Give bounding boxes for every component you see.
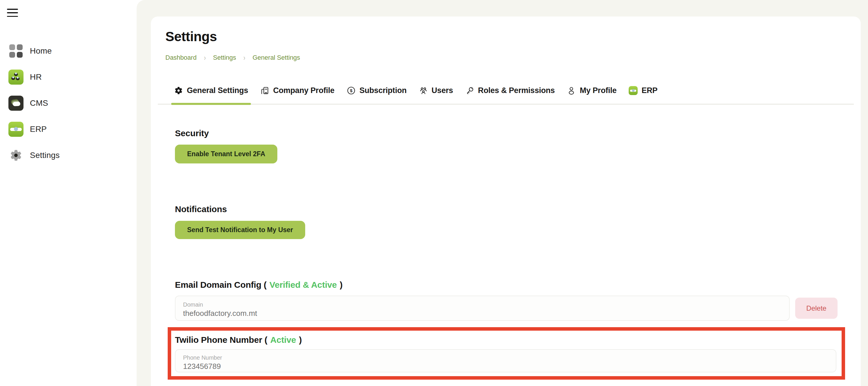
- page-title: Settings: [165, 28, 846, 45]
- sidebar-item-label: CMS: [30, 99, 48, 108]
- phone-field-row: Phone Number 123456789: [175, 349, 836, 373]
- sidebar-item-home[interactable]: Home: [0, 38, 137, 64]
- building-icon: [260, 86, 269, 95]
- gear-icon: [8, 148, 24, 163]
- phone-input-label: Phone Number: [183, 354, 836, 361]
- phone-number-input[interactable]: Phone Number 123456789: [175, 349, 836, 373]
- breadcrumb: Dashboard › Settings › General Settings: [165, 54, 846, 62]
- gear-icon: [174, 86, 183, 95]
- dollar-circle-icon: $: [347, 86, 356, 95]
- enable-2fa-button[interactable]: Enable Tenant Level 2FA: [175, 145, 277, 164]
- phone-input-value: 123456789: [183, 362, 836, 371]
- twilio-status: Active: [270, 335, 296, 345]
- tab-label: Subscription: [360, 86, 407, 95]
- svg-text:$: $: [350, 88, 352, 93]
- sidebar-item-label: Home: [30, 46, 52, 56]
- tab-label: Users: [432, 86, 453, 95]
- domain-input-label: Domain: [183, 301, 789, 308]
- breadcrumb-dashboard[interactable]: Dashboard: [165, 54, 197, 62]
- tab-roles-permissions[interactable]: Roles & Permissions: [465, 86, 555, 95]
- erp-app-icon: [8, 122, 24, 137]
- home-grid-icon: [8, 43, 24, 59]
- tab-subscription[interactable]: $ Subscription: [347, 86, 407, 95]
- erp-app-icon: [629, 86, 638, 95]
- sidebar-item-label: HR: [30, 72, 42, 82]
- notifications-heading: Notifications: [175, 204, 838, 215]
- users-group-icon: [419, 86, 428, 95]
- tab-my-profile[interactable]: My Profile: [567, 86, 617, 95]
- chevron-right-icon: ›: [243, 54, 245, 62]
- sidebar-item-erp[interactable]: ERP: [0, 116, 137, 142]
- tab-general-settings[interactable]: General Settings: [174, 86, 248, 95]
- sidebar-item-settings[interactable]: Settings: [0, 142, 137, 168]
- cms-app-icon: [8, 96, 24, 111]
- hamburger-menu-icon[interactable]: [7, 9, 18, 17]
- hr-app-icon: [8, 70, 24, 84]
- tab-bar: General Settings Company Profile: [158, 62, 854, 105]
- tab-label: Company Profile: [273, 86, 335, 95]
- tab-erp[interactable]: ERP: [629, 86, 657, 95]
- card-header: Settings Dashboard › Settings › General …: [151, 16, 861, 62]
- sidebar-item-label: ERP: [30, 125, 47, 134]
- tab-label: My Profile: [580, 86, 617, 95]
- tab-label: ERP: [642, 86, 657, 95]
- sidebar: Home HR: [0, 0, 137, 386]
- email-domain-status: Verified & Active: [270, 280, 337, 289]
- twilio-heading: Twilio Phone Number (Active): [175, 335, 836, 345]
- email-domain-heading: Email Domain Config (Verified & Active): [175, 279, 838, 290]
- sidebar-nav: Home HR: [0, 38, 137, 168]
- twilio-highlight-box: Twilio Phone Number (Active) Phone Numbe…: [168, 327, 845, 380]
- sidebar-item-label: Settings: [30, 151, 60, 160]
- settings-sections: Security Enable Tenant Level 2FA Notific…: [151, 128, 861, 380]
- delete-domain-button[interactable]: Delete: [795, 297, 838, 319]
- send-test-notification-button[interactable]: Send Test Notification to My User: [175, 221, 305, 239]
- settings-card: Settings Dashboard › Settings › General …: [151, 16, 861, 386]
- tab-label: General Settings: [187, 86, 248, 95]
- person-icon: [567, 86, 576, 95]
- sidebar-item-cms[interactable]: CMS: [0, 90, 137, 116]
- key-icon: [465, 86, 474, 95]
- tab-label: Roles & Permissions: [478, 86, 555, 95]
- chevron-right-icon: ›: [204, 54, 206, 62]
- breadcrumb-general-settings[interactable]: General Settings: [252, 54, 300, 62]
- breadcrumb-settings[interactable]: Settings: [213, 54, 236, 62]
- domain-input-value: thefoodfactory.com.mt: [183, 309, 789, 318]
- sidebar-item-hr[interactable]: HR: [0, 64, 137, 90]
- domain-input[interactable]: Domain thefoodfactory.com.mt: [175, 295, 790, 321]
- domain-field-row: Domain thefoodfactory.com.mt Delete: [175, 295, 838, 321]
- tab-company-profile[interactable]: Company Profile: [260, 86, 335, 95]
- tab-users[interactable]: Users: [419, 86, 453, 95]
- security-heading: Security: [175, 128, 838, 139]
- main-area: Settings Dashboard › Settings › General …: [137, 0, 868, 386]
